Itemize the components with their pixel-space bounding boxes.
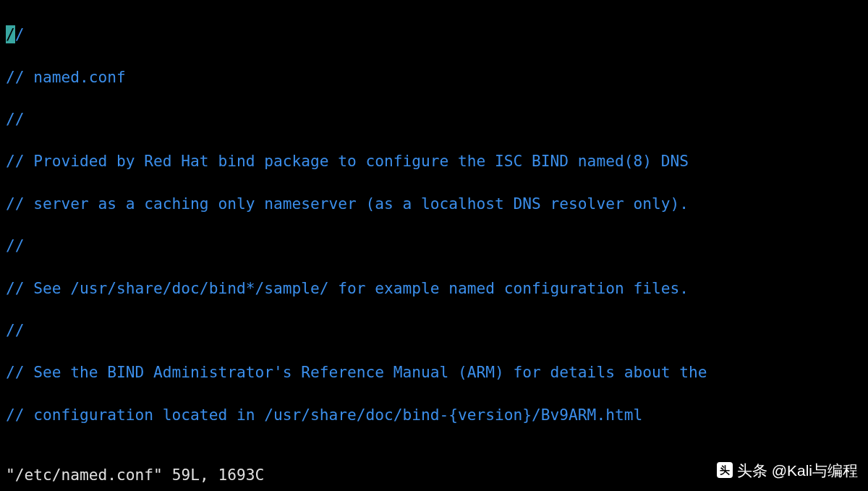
code-line: // Provided by Red Hat bind package to c…: [6, 150, 862, 171]
watermark-icon: 头: [717, 462, 733, 478]
file-path: "/etc/named.conf": [6, 466, 163, 484]
file-stats: 59L, 1693C: [172, 466, 265, 484]
cursor: /: [6, 25, 15, 43]
code-line: // See the BIND Administrator's Referenc…: [6, 362, 862, 383]
watermark-handle: @Kali与编程: [772, 460, 858, 481]
code-line: //: [6, 108, 862, 129]
code-line: //: [6, 235, 862, 256]
code-line: // See /usr/share/doc/bind*/sample/ for …: [6, 278, 862, 299]
code-line: //: [6, 320, 862, 341]
terminal-editor[interactable]: // // named.conf // // Provided by Red H…: [0, 0, 868, 491]
comment-text: /: [15, 25, 25, 43]
watermark-label: 头条: [737, 460, 767, 481]
watermark: 头 头条 @Kali与编程: [717, 460, 858, 481]
code-line: // configuration located in /usr/share/d…: [6, 404, 862, 425]
code-line: // named.conf: [6, 67, 862, 87]
code-line: // server as a caching only nameserver (…: [6, 193, 862, 214]
vim-status-line: "/etc/named.conf" 59L, 1693C: [6, 464, 264, 485]
code-line: //: [6, 24, 862, 45]
